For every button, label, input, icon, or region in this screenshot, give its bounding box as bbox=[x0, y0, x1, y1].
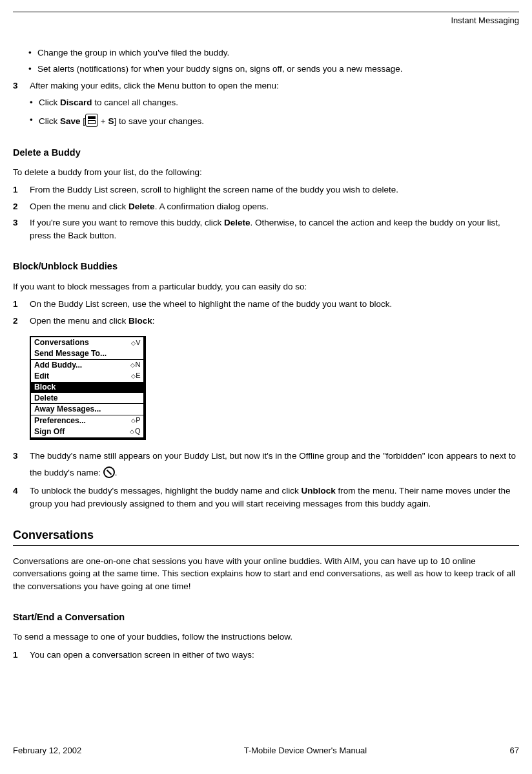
menu-item-shortcut: Q bbox=[130, 428, 140, 435]
footer-title: T-Mobile Device Owner's Manual bbox=[244, 745, 367, 757]
step-item: 1 On the Buddy List screen, use the whee… bbox=[13, 298, 519, 311]
heading-conversations: Conversations bbox=[13, 527, 519, 543]
menu-item-label: Sign Off bbox=[34, 428, 65, 435]
menu-item: Preferences...P bbox=[31, 415, 143, 426]
heading-start-end: Start/End a Conversation bbox=[13, 611, 519, 624]
block-intro: If you want to block messages from a par… bbox=[13, 280, 519, 293]
page-footer: February 12, 2002 T-Mobile Device Owner'… bbox=[13, 745, 519, 757]
startend-steps: 1 You can open a conversation screen in … bbox=[13, 649, 519, 662]
step-item: 2 Open the menu and click Delete. A conf… bbox=[13, 200, 519, 213]
menu-item: Away Messages... bbox=[31, 404, 143, 415]
menu-item: ConversationsV bbox=[31, 337, 143, 348]
menu-item: Block bbox=[31, 382, 143, 393]
delete-intro: To delete a buddy from your list, do the… bbox=[13, 166, 519, 179]
footer-page: 67 bbox=[510, 745, 519, 757]
menu-item: Delete bbox=[31, 393, 143, 404]
intro-bullets: Change the group in which you've filed t… bbox=[13, 47, 519, 76]
bullet-item: Click Discard to cancel all changes. bbox=[39, 96, 519, 109]
manual-page: Instant Messaging Change the group in wh… bbox=[0, 0, 532, 774]
heading-block-unblock: Block/Unblock Buddies bbox=[13, 260, 519, 273]
menu-item: Send Message To... bbox=[31, 348, 143, 359]
page-content: Change the group in which you've filed t… bbox=[13, 47, 519, 662]
step-item: 4 To unblock the buddy's messages, highl… bbox=[13, 485, 519, 510]
menu-item-label: Preferences... bbox=[34, 417, 86, 424]
menu-item-shortcut: V bbox=[131, 339, 140, 346]
step-item: 3 If you're sure you want to remove this… bbox=[13, 216, 519, 242]
step-item: 3 After making your edits, click the Men… bbox=[13, 79, 519, 128]
bullet-item: Set alerts (notifications) for when your… bbox=[37, 63, 519, 76]
block-steps-3-4: 3 The buddy's name still appears on your… bbox=[13, 448, 519, 510]
heading-rule bbox=[13, 545, 519, 546]
step-number: 3 bbox=[13, 79, 18, 92]
step-item: 3 The buddy's name still appears on your… bbox=[13, 448, 519, 481]
step-item: 1 You can open a conversation screen in … bbox=[13, 649, 519, 662]
menu-button-icon bbox=[85, 114, 98, 127]
bullet-item: Change the group in which you've filed t… bbox=[37, 47, 519, 59]
startend-intro: To send a message to one of your buddies… bbox=[13, 631, 519, 643]
menu-item-label: Away Messages... bbox=[34, 405, 101, 413]
forbidden-icon bbox=[103, 466, 115, 478]
menu-item-label: Conversations bbox=[34, 339, 89, 346]
footer-date: February 12, 2002 bbox=[13, 745, 81, 757]
menu-item-label: Add Buddy... bbox=[34, 361, 82, 369]
menu-item-label: Edit bbox=[34, 372, 49, 380]
menu-screenshot: ConversationsVSend Message To...Add Budd… bbox=[30, 336, 146, 440]
menu-item: Sign OffQ bbox=[31, 426, 143, 437]
menu-item-label: Block bbox=[34, 383, 56, 391]
menu-item-label: Delete bbox=[34, 394, 58, 402]
step-item: 2 Open the menu and click Block: bbox=[13, 315, 519, 328]
menu-item-shortcut: P bbox=[131, 417, 140, 424]
block-steps-1-2: 1 On the Buddy List screen, use the whee… bbox=[13, 298, 519, 327]
running-header: Instant Messaging bbox=[13, 15, 519, 27]
delete-steps: 1 From the Buddy List screen, scroll to … bbox=[13, 183, 519, 242]
menu-item: Add Buddy...N bbox=[31, 360, 143, 371]
step-item: 1 From the Buddy List screen, scroll to … bbox=[13, 183, 519, 196]
menu-item: EditE bbox=[31, 371, 143, 382]
step-text: After making your edits, click the Menu … bbox=[30, 81, 279, 90]
menu-item-label: Send Message To... bbox=[34, 350, 107, 357]
menu-item-shortcut: E bbox=[131, 372, 140, 379]
menu-item-shortcut: N bbox=[130, 361, 140, 368]
edit-steps-cont: 3 After making your edits, click the Men… bbox=[13, 79, 519, 128]
bullet-item: Click Save [ + S] to save your changes. bbox=[39, 114, 519, 128]
step3-bullets: Click Discard to cancel all changes. Cli… bbox=[30, 96, 519, 128]
top-rule bbox=[13, 12, 519, 12]
heading-delete-buddy: Delete a Buddy bbox=[13, 146, 519, 160]
conversations-para: Conversations are one-on-one chat sessio… bbox=[13, 555, 519, 593]
